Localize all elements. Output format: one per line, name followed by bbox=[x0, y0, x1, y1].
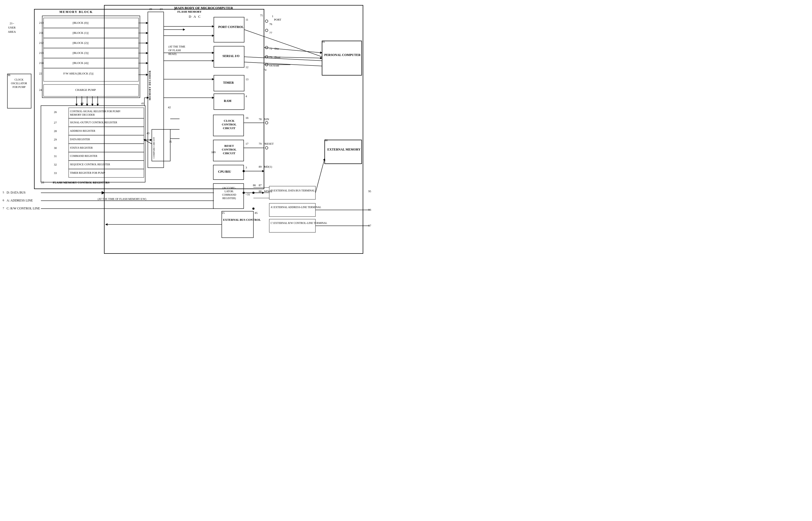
diagram: MAIN BODY OF MICROCOMPUTER MEMORY BLOCK … bbox=[0, 0, 406, 260]
user-area-label: 21~USERAREA bbox=[8, 21, 16, 34]
svg-rect-5 bbox=[44, 28, 139, 38]
md0-label: MD(0) bbox=[264, 189, 272, 193]
num-96: 96 bbox=[368, 208, 371, 211]
num-11: 11 bbox=[246, 18, 249, 21]
a-external-label: A':EXTERNAL ADDRESS-LINE TERMINAL bbox=[271, 205, 321, 209]
num-16: 16 bbox=[246, 116, 249, 119]
svg-point-85 bbox=[242, 170, 245, 172]
num-97: 97 bbox=[368, 224, 371, 227]
svg-line-65 bbox=[264, 47, 322, 53]
accumulator-label: (ACCUMU-LATOR:COMMANDREGISTER) bbox=[215, 186, 243, 200]
num-78: 78 bbox=[259, 117, 262, 121]
num-1: 1 bbox=[272, 15, 274, 18]
num-89: 89 bbox=[259, 165, 262, 168]
num-13: 13 bbox=[246, 77, 249, 81]
din-label: Din bbox=[275, 47, 279, 50]
reg31-label: COMMAND REGISTER bbox=[70, 155, 97, 157]
reg32-label: SEQUENCE CONTROL REGISTER bbox=[70, 163, 110, 166]
svg-rect-4 bbox=[44, 18, 139, 28]
num-74: 74 bbox=[263, 68, 266, 71]
d-external-label: D':EXTERNAL DATA BUS TERMINAL bbox=[271, 189, 315, 192]
num-210: 210 bbox=[39, 21, 44, 24]
svg-rect-31 bbox=[325, 140, 362, 164]
serial-io-label: SERIAL I/O bbox=[219, 54, 243, 58]
svg-rect-6 bbox=[44, 38, 139, 48]
num-212: 212 bbox=[39, 41, 44, 44]
num-214: 214 bbox=[39, 61, 44, 64]
dout-label: Dout bbox=[275, 55, 280, 59]
reset-control-label: RESETCONTROLCIRCUIT bbox=[215, 144, 243, 155]
num-35: 35 bbox=[169, 140, 172, 143]
num-85: 85 bbox=[255, 211, 258, 214]
c-line-label: C: R/W CONTROL LINE bbox=[7, 206, 40, 210]
num-23: 23 bbox=[160, 7, 163, 10]
svg-rect-30 bbox=[322, 41, 362, 75]
clock-control-label: CLOCKCONTROLCIRCUIT bbox=[215, 119, 243, 130]
num-15: 15 bbox=[222, 211, 225, 214]
dac-label: D A C bbox=[189, 15, 202, 19]
fmcr-label: FLASH MEMORY CONTROL REGISTERS bbox=[53, 181, 110, 184]
xin-label: XIN bbox=[264, 117, 269, 121]
svg-rect-32 bbox=[222, 211, 253, 237]
memory-block-label: MEMORY BLOCK bbox=[60, 10, 93, 14]
reg28-label: ADDRESS REGISTER bbox=[70, 129, 95, 132]
cpu-biu-label: CPU/BIU bbox=[218, 170, 231, 174]
svg-rect-22 bbox=[214, 17, 244, 42]
timer-label: TIMER bbox=[223, 81, 234, 85]
num-20: 20 bbox=[149, 7, 152, 10]
fw-area-label: F/W AREA [BLOCK (5)] bbox=[63, 72, 93, 75]
port-label-r: PORT bbox=[274, 18, 281, 21]
num-2: 2 bbox=[174, 7, 176, 10]
reg27-label: SIGNAL-OUTPUT CONTROL REGISTER bbox=[70, 121, 117, 124]
at-flash-ew: (AT THE TIME OF FLASH MEMORY E/W) bbox=[98, 198, 146, 200]
svg-line-64 bbox=[244, 62, 322, 66]
num-87: 87 bbox=[259, 183, 262, 187]
num-86: 86 bbox=[253, 183, 256, 187]
num-75: 75 bbox=[260, 14, 263, 17]
compare-circuit-label: COMPARE CIRCUIT bbox=[153, 135, 155, 161]
num-24: 24 bbox=[39, 88, 42, 91]
svg-rect-7 bbox=[44, 48, 139, 58]
block0-label: [BLOCK (0)] bbox=[73, 21, 88, 24]
svg-point-92 bbox=[265, 121, 268, 124]
num-29: 29 bbox=[54, 138, 57, 141]
svg-line-62 bbox=[244, 29, 322, 57]
num-22: 22 bbox=[39, 72, 42, 75]
svg-rect-8 bbox=[44, 58, 139, 68]
d-bus-label: D: DATA BUS bbox=[7, 191, 26, 195]
svg-point-84 bbox=[252, 208, 254, 210]
port-control-label: PORT CONTROL bbox=[218, 25, 244, 29]
external-memory-label: EXTERNAL MEMORY bbox=[327, 148, 359, 152]
reg26-label: CONTROL-SIGNAL REGISTER FOR PUMP/MEMORY … bbox=[70, 110, 143, 116]
num-31: 31 bbox=[54, 155, 57, 158]
ram-label: RAM bbox=[224, 99, 232, 103]
num-12: 12 bbox=[246, 66, 249, 69]
num-17: 17 bbox=[246, 142, 249, 145]
svg-point-93 bbox=[265, 146, 268, 149]
num-76: 76 bbox=[269, 22, 272, 26]
num-72: 72 bbox=[269, 47, 272, 50]
md1-label: MD(1) bbox=[264, 165, 272, 168]
num-31b: ~31 bbox=[246, 193, 250, 196]
num-73: 73 bbox=[269, 55, 272, 59]
num-43: 43 bbox=[146, 132, 149, 135]
charge-pump-label: CHARGE PUMP bbox=[75, 88, 96, 91]
num-3: 3 bbox=[246, 166, 247, 169]
num-28: 28 bbox=[54, 129, 57, 133]
svg-rect-33 bbox=[269, 186, 316, 199]
memory-decoder-label: MEMORY DECODER bbox=[148, 47, 151, 100]
outcont-label: OUTcont bbox=[269, 64, 279, 67]
svg-point-88 bbox=[265, 29, 268, 32]
block4-label: [BLOCK (4)] bbox=[73, 61, 88, 64]
svg-rect-12 bbox=[41, 106, 145, 182]
svg-point-83 bbox=[252, 192, 254, 194]
num-88: 88 bbox=[259, 189, 262, 193]
block3-label: [BLOCK (3)] bbox=[73, 51, 88, 54]
num-5: 5 bbox=[3, 191, 4, 194]
num-211: 211 bbox=[39, 31, 43, 34]
c-external-label: C':EXTERNAL R/W CONTROL-LINE TERMINAL bbox=[271, 221, 327, 225]
num-27: 27 bbox=[54, 121, 57, 124]
reg30-label: STATUS REGISTER bbox=[70, 146, 93, 149]
num-90: 90 bbox=[325, 139, 328, 142]
clock-osc-label: CLOCKOSCILLATORFOR PUMP bbox=[8, 78, 29, 89]
